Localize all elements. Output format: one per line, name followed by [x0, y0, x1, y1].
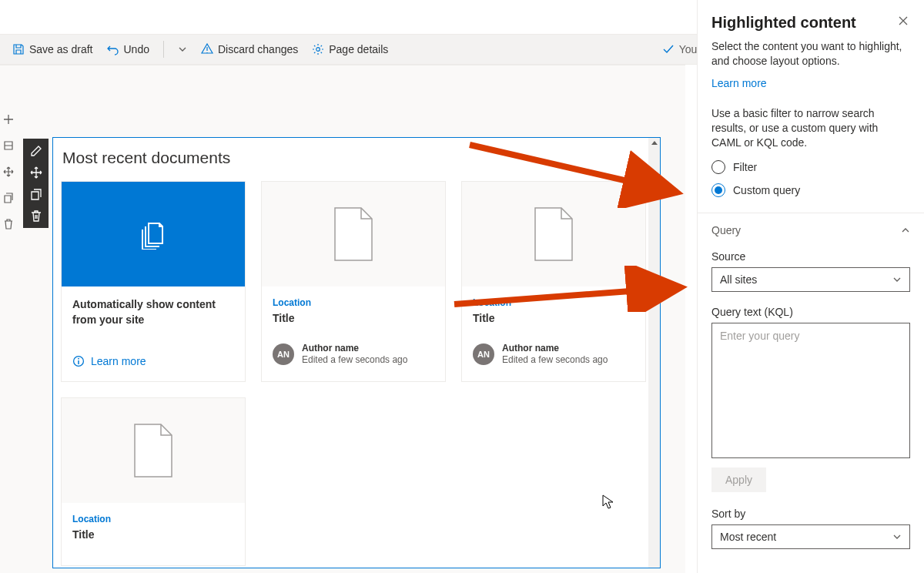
undo-label: Undo	[124, 43, 149, 55]
chevron-down-icon	[892, 275, 902, 284]
svg-point-5	[78, 358, 79, 360]
webpart-title: Most recent documents	[59, 149, 654, 167]
radio-checked-icon	[711, 183, 725, 197]
document-thumbnail	[62, 398, 245, 503]
panel-description: Select the content you want to highlight…	[711, 39, 910, 69]
svg-point-0	[316, 48, 320, 52]
sort-select[interactable]: Most recent	[711, 524, 910, 549]
kql-input[interactable]	[711, 323, 910, 458]
panel-filter-note: Use a basic filter to narrow search resu…	[711, 106, 910, 150]
document-card[interactable]: Location Title	[61, 397, 246, 566]
card-edit-time: Edited a few seconds ago	[302, 354, 407, 365]
delete-section-icon[interactable]	[3, 219, 14, 230]
query-accordion: Query Source All sites Query text (KQL) …	[698, 213, 924, 549]
add-icon[interactable]	[3, 114, 14, 125]
documents-stack-icon	[138, 219, 169, 250]
duplicate-webpart-icon[interactable]	[30, 188, 42, 200]
file-icon	[132, 423, 175, 478]
save-icon	[12, 43, 25, 55]
discard-button[interactable]: Discard changes	[201, 43, 298, 55]
kql-label: Query text (KQL)	[711, 306, 910, 318]
source-select[interactable]: All sites	[711, 267, 910, 292]
panel-learn-more[interactable]: Learn more	[711, 77, 767, 89]
sort-label: Sort by	[711, 508, 910, 520]
card-author-row: AN Author name Edited a few seconds ago	[273, 343, 434, 365]
section-rail	[0, 114, 17, 230]
card-title: Title	[72, 528, 234, 541]
save-draft-button[interactable]: Save as draft	[12, 43, 93, 55]
radio-custom-label: Custom query	[733, 184, 800, 196]
delete-webpart-icon[interactable]	[30, 209, 42, 222]
move-webpart-icon[interactable]	[30, 166, 42, 179]
gear-icon	[312, 43, 324, 55]
sort-value: Most recent	[720, 531, 776, 543]
undo-button[interactable]: Undo	[107, 43, 149, 55]
undo-icon	[107, 43, 119, 55]
chevron-down-icon	[892, 532, 902, 541]
chevron-up-icon	[901, 226, 910, 235]
edit-section-icon[interactable]	[3, 140, 14, 151]
avatar: AN	[273, 343, 294, 365]
card-grid: Automatically show content from your sit…	[59, 181, 654, 566]
property-panel: Highlighted content Select the content y…	[697, 0, 924, 573]
document-thumbnail	[262, 182, 445, 286]
card-location: Location	[273, 297, 434, 308]
file-icon	[332, 206, 375, 262]
close-icon	[898, 15, 909, 26]
card-author-name: Author name	[302, 343, 407, 354]
page-details-label: Page details	[329, 43, 388, 55]
radio-filter[interactable]: Filter	[711, 160, 910, 174]
save-draft-label: Save as draft	[29, 43, 93, 55]
close-panel-button[interactable]	[896, 14, 910, 30]
discard-icon	[201, 43, 213, 55]
checkmark-icon	[662, 43, 675, 55]
hero-card-desc: Automatically show content from your sit…	[72, 297, 234, 327]
discard-label: Discard changes	[218, 43, 298, 55]
duplicate-section-icon[interactable]	[3, 193, 14, 203]
radio-custom-query[interactable]: Custom query	[711, 183, 910, 197]
query-accordion-header[interactable]: Query	[711, 224, 910, 236]
source-value: All sites	[720, 273, 757, 286]
card-title: Title	[273, 312, 434, 324]
card-title: Title	[473, 312, 634, 324]
edit-webpart-icon[interactable]	[30, 145, 42, 157]
document-card[interactable]: Location Title AN Author name Edited a f…	[461, 181, 646, 382]
radio-filter-label: Filter	[733, 161, 757, 173]
hero-card[interactable]: Automatically show content from your sit…	[61, 181, 246, 382]
panel-title: Highlighted content	[711, 14, 856, 32]
card-location: Location	[72, 514, 234, 524]
card-author-row: AN Author name Edited a few seconds ago	[473, 343, 634, 365]
query-accordion-title: Query	[711, 224, 741, 236]
radio-unchecked-icon	[711, 160, 725, 174]
page-details-button[interactable]: Page details	[312, 43, 388, 55]
hero-learn-label: Learn more	[91, 355, 146, 367]
scroll-up-icon[interactable]	[651, 139, 658, 147]
info-icon	[72, 355, 85, 367]
hero-learn-more[interactable]: Learn more	[72, 355, 234, 367]
divider	[163, 41, 164, 58]
card-edit-time: Edited a few seconds ago	[502, 354, 608, 365]
webpart-canvas[interactable]: Most recent documents Automatically show…	[52, 137, 661, 568]
document-card[interactable]: Location Title AN Author name Edited a f…	[261, 181, 446, 382]
document-thumbnail	[462, 182, 645, 286]
webpart-toolbox	[23, 139, 49, 228]
undo-dropdown[interactable]	[178, 45, 187, 54]
apply-button[interactable]: Apply	[711, 467, 766, 492]
move-section-icon[interactable]	[3, 166, 14, 177]
card-location: Location	[473, 297, 634, 308]
file-icon	[532, 206, 575, 262]
hero-card-image	[62, 182, 245, 286]
card-author-name: Author name	[502, 343, 608, 354]
canvas-scrollbar[interactable]	[648, 138, 661, 568]
avatar: AN	[473, 343, 494, 365]
chevron-down-icon	[178, 45, 187, 54]
source-label: Source	[711, 250, 910, 263]
